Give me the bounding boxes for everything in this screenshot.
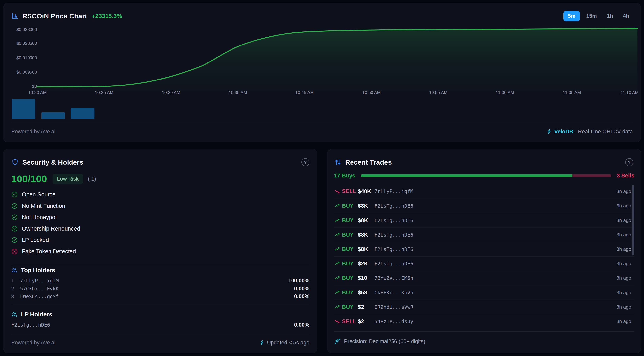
check-item: LP Locked <box>11 234 309 246</box>
x-axis-tick: 10:30 AM <box>155 90 187 95</box>
trade-address: 7rLLyP...igfM <box>374 188 413 194</box>
chart-card-header: RSCOiN Price Chart +23315.3% 5m 15m 1h 4… <box>11 10 633 22</box>
x-axis-tick: 10:50 AM <box>356 90 387 95</box>
trades-card-title: Recent Trades <box>345 159 392 166</box>
price-area-chart <box>3 28 641 91</box>
updated-text: Updated < 5s ago <box>267 340 309 346</box>
timeframe-switcher: 5m 15m 1h 4h <box>564 11 633 21</box>
holder-percent: 0.00% <box>294 294 309 300</box>
trades-scrollbar[interactable] <box>632 185 634 255</box>
trades-list: SELL $40K 7rLLyP...igfM 3h ago BUY $8K F… <box>334 184 634 329</box>
x-axis-tick: 10:45 AM <box>289 90 320 95</box>
risk-badge: Low Risk <box>53 174 83 184</box>
trade-row[interactable]: SELL $2 54Pz1e...dsuy 3h ago <box>334 314 634 329</box>
trade-row[interactable]: BUY $2 ER9hdU...sVwR 3h ago <box>334 300 634 314</box>
security-score-row: 100/100 Low Risk (-1) <box>11 173 96 185</box>
trade-address: F2LsTg...nDE6 <box>374 203 413 209</box>
buys-count: 17 Buys <box>334 173 355 179</box>
trade-time: 3h ago <box>617 319 634 324</box>
timeframe-15m-button[interactable]: 15m <box>582 11 600 21</box>
trade-row[interactable]: BUY $8K F2LsTg...nDE6 3h ago <box>334 213 634 227</box>
price-chart-card: RSCOiN Price Chart +23315.3% 5m 15m 1h 4… <box>3 3 641 142</box>
x-axis-tick: 11:05 AM <box>556 90 588 95</box>
holder-address: F2LsTg...nDE6 <box>11 322 50 328</box>
shield-icon <box>11 159 19 166</box>
timeframe-5m-button[interactable]: 5m <box>564 11 580 21</box>
trade-row[interactable]: BUY $2K F2LsTg...nDE6 3h ago <box>334 256 634 271</box>
help-icon[interactable]: ? <box>625 158 633 166</box>
trade-row[interactable]: BUY $8K F2LsTg...nDE6 3h ago <box>334 242 634 256</box>
bar-chart-icon <box>11 12 19 20</box>
trade-row[interactable]: SELL $40K 7rLLyP...igfM 3h ago <box>334 184 634 198</box>
footer-divider <box>11 334 309 334</box>
help-icon[interactable]: ? <box>302 158 309 166</box>
score-note: (-1) <box>88 176 96 182</box>
section-divider <box>11 265 309 265</box>
trade-amount: $40K <box>358 188 374 195</box>
trade-address: F2LsTg...nDE6 <box>374 261 413 267</box>
check-pass-icon <box>11 191 18 198</box>
trade-amount: $2K <box>358 260 374 267</box>
lp-holders-icon <box>11 312 18 318</box>
security-checklist: Open Source No Mint Function Not Honeypo… <box>11 189 309 257</box>
trade-row[interactable]: BUY $10 7BYwZV...CM6h 3h ago <box>334 271 634 285</box>
trade-row[interactable]: BUY $8K F2LsTg...nDE6 3h ago <box>334 227 634 242</box>
check-item: Open Source <box>11 189 309 200</box>
trend-up-icon <box>334 232 341 238</box>
precision-note: Precision: Decimal256 (60+ digits) <box>344 338 425 345</box>
trade-time: 3h ago <box>617 261 634 266</box>
holder-row[interactable]: 3 FWeSEs...gcSf 0.00% <box>11 293 309 300</box>
lp-holder-row[interactable]: F2LsTg...nDE6 0.00% <box>11 321 309 329</box>
trade-address: 54Pz1e...dsuy <box>374 319 413 324</box>
buy-sell-ratio-bar <box>361 174 611 177</box>
security-score: 100/100 <box>11 173 47 184</box>
updated-status: Updated < 5s ago <box>259 340 309 346</box>
powered-by-label: Powered by Ave.ai <box>11 129 56 135</box>
trade-time: 3h ago <box>617 275 634 281</box>
x-axis-tick: 11:00 AM <box>489 90 521 95</box>
top-holders-header: Top Holders <box>11 267 55 274</box>
lightning-icon <box>259 340 264 345</box>
trade-address: 7BYwZV...CM6h <box>374 275 413 281</box>
volume-bar <box>42 112 65 119</box>
buy-sell-ratio-row: 17 Buys 3 Sells <box>334 171 634 180</box>
security-holders-card: Security & Holders ? 100/100 Low Risk (-… <box>3 149 318 353</box>
check-pass-icon <box>11 203 18 209</box>
holder-row[interactable]: 1 7rLLyP...igfM 100.00% <box>11 277 309 285</box>
security-card-title: Security & Holders <box>22 159 83 166</box>
trend-up-icon <box>334 203 341 209</box>
trade-address: F2LsTg...nDE6 <box>374 246 413 252</box>
lp-holders-list: F2LsTg...nDE6 0.00% <box>11 321 309 329</box>
buy-ratio-fill <box>361 174 572 177</box>
trade-address: ER9hdU...sVwR <box>374 304 413 310</box>
chart-card-footer: Powered by Ave.ai VeloDB: Real-time OHLC… <box>11 126 633 138</box>
holder-row[interactable]: 2 57Ckhx...FvkK 0.00% <box>11 285 309 293</box>
x-axis-tick: 11:10 AM <box>607 90 639 95</box>
security-card-header: Security & Holders ? <box>11 158 309 167</box>
security-card-footer: Powered by Ave.ai Updated < 5s ago <box>11 337 309 348</box>
trade-time: 3h ago <box>617 290 634 295</box>
sells-count: 3 Sells <box>617 173 634 179</box>
check-pass-icon <box>11 214 18 220</box>
holder-address: 57Ckhx...FvkK <box>20 286 59 292</box>
trade-time: 3h ago <box>617 304 634 310</box>
trend-down-icon <box>334 188 341 194</box>
timeframe-4h-button[interactable]: 4h <box>619 11 633 21</box>
provider-description: Real-time OHLCV data <box>578 129 633 135</box>
section-divider <box>11 305 309 305</box>
trades-card-header: Recent Trades ? <box>334 158 633 167</box>
holder-address: 7rLLyP...igfM <box>20 278 59 284</box>
top-holders-list: 1 7rLLyP...igfM 100.00% 2 57Ckhx...FvkK … <box>11 277 309 300</box>
check-item: No Mint Function <box>11 200 309 212</box>
lp-holders-header: LP Holders <box>11 311 52 318</box>
volume-bar <box>12 99 35 119</box>
x-axis-tick: 10:55 AM <box>422 90 454 95</box>
trade-row[interactable]: BUY $53 CkEEKc...KbVo 3h ago <box>334 285 634 300</box>
powered-by-label: Powered by Ave.ai <box>11 340 56 346</box>
trade-row[interactable]: BUY $8K F2LsTg...nDE6 3h ago <box>334 198 634 213</box>
timeframe-1h-button[interactable]: 1h <box>603 11 617 21</box>
trade-amount: $10 <box>358 275 374 281</box>
holder-percent: 0.00% <box>294 286 309 292</box>
holder-address: FWeSEs...gcSf <box>20 294 59 299</box>
data-provider: VeloDB: Real-time OHLCV data <box>546 129 633 135</box>
